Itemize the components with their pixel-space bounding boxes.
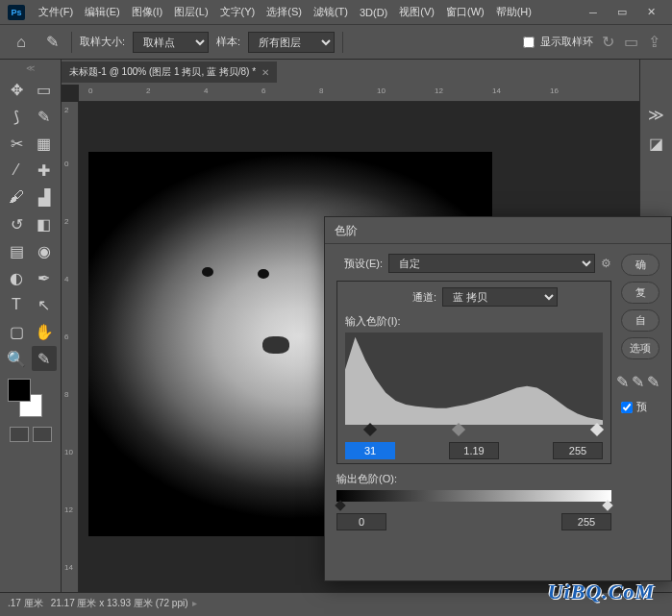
refresh-icon[interactable]: ↻ [599,34,616,51]
menu-edit[interactable]: 编辑(E) [79,5,126,19]
crop-tool[interactable]: ✂ [4,131,29,156]
white-eyedropper-icon[interactable]: ✎ [647,373,660,386]
cancel-button[interactable]: 复 [621,282,660,304]
status-dimensions: 21.17 厘米 x 13.93 厘米 (72 ppi) [51,597,188,610]
window-controls: ─ ▭ ✕ [580,3,664,22]
type-tool[interactable]: T [4,292,29,317]
output-white-handle[interactable] [602,500,612,510]
move-tool[interactable]: ✥ [4,77,29,102]
panel-toggle-icon[interactable]: ≫ [644,102,669,127]
status-zoom: .17 厘米 [8,597,43,610]
panel-icon[interactable]: ▭ [622,34,639,51]
sample-size-select[interactable]: 取样点 [133,32,209,53]
channel-label: 通道: [390,290,436,305]
document-tab[interactable]: 未标题-1 @ 100% (图层 1 拷贝, 蓝 拷贝/8) * ✕ [62,62,277,83]
ruler-tick: 12 [64,505,73,514]
dialog-title[interactable]: 色阶 [325,217,671,244]
brush-tool[interactable]: 🖌 [4,185,29,209]
toolbox: ≪ ✥ ▭ ⟆ ✎ ✂ ▦ ∕ ✚ 🖌 ▟ ↺ ◧ ▤ ◉ ◐ ✒ T ↖ ▢ … [0,60,62,592]
menu-type[interactable]: 文字(Y) [214,5,261,19]
quickmask-button[interactable] [10,427,29,442]
ruler-horizontal[interactable]: 0 2 4 6 8 10 12 14 16 [79,85,639,102]
lasso-tool[interactable]: ⟆ [4,104,29,129]
color-sampler-tool[interactable]: ✎ [32,346,57,371]
maximize-button[interactable]: ▭ [609,3,635,22]
history-brush-tool[interactable]: ↺ [4,211,29,236]
input-white-handle[interactable] [590,423,604,436]
tab-close-icon[interactable]: ✕ [261,67,269,78]
stamp-tool[interactable]: ▟ [32,185,57,209]
color-swatches[interactable] [4,379,42,417]
options-bar: ⌂ ✎ 取样大小: 取样点 样本: 所有图层 显示取样环 ↻ ▭ ⇪ [0,25,672,60]
ruler-tick: 0 [64,160,68,168]
menu-help[interactable]: 帮助(H) [490,5,537,19]
frame-tool[interactable]: ▦ [32,131,57,156]
close-button[interactable]: ✕ [637,3,664,22]
menu-filter[interactable]: 滤镜(T) [308,5,354,19]
path-select-tool[interactable]: ↖ [32,292,57,317]
menu-window[interactable]: 窗口(W) [440,5,490,19]
gradient-tool[interactable]: ▤ [4,238,29,263]
sample-select[interactable]: 所有图层 [248,32,335,53]
menu-layer[interactable]: 图层(L) [168,5,213,19]
foreground-color-swatch[interactable] [8,379,31,402]
input-slider-track[interactable] [345,427,603,436]
marquee-tool[interactable]: ▭ [32,77,57,102]
auto-button[interactable]: 自 [621,309,660,332]
eyedropper-tool-icon[interactable]: ✎ [40,31,63,54]
gray-eyedropper-icon[interactable]: ✎ [632,373,644,386]
ruler-tick: 6 [64,333,68,341]
histogram[interactable] [345,333,603,425]
input-white-field[interactable] [553,442,603,459]
dodge-tool[interactable]: ◐ [4,265,29,290]
eyedropper-tool[interactable]: ∕ [4,158,29,183]
menu-select[interactable]: 选择(S) [261,5,308,19]
input-black-field[interactable] [345,442,395,459]
menu-image[interactable]: 图像(I) [126,5,168,19]
gear-icon[interactable]: ⚙ [601,257,611,270]
color-panel-icon[interactable]: ◪ [644,131,669,156]
output-gradient[interactable] [336,490,611,502]
healing-tool[interactable]: ✚ [32,158,57,183]
blur-tool[interactable]: ◉ [32,238,57,263]
input-black-handle[interactable] [363,423,377,436]
eraser-tool[interactable]: ◧ [32,211,57,236]
screenmode-button[interactable] [33,427,52,442]
home-icon[interactable]: ⌂ [10,31,33,54]
quick-select-tool[interactable]: ✎ [32,104,57,129]
tab-title: 未标题-1 @ 100% (图层 1 拷贝, 蓝 拷贝/8) * [69,65,256,79]
menu-3d[interactable]: 3D(D) [354,7,393,18]
black-eyedropper-icon[interactable]: ✎ [616,373,629,386]
share-icon[interactable]: ⇪ [645,34,662,51]
toolbox-collapse-icon[interactable]: ≪ [4,63,57,73]
shape-tool[interactable]: ▢ [4,319,29,344]
minimize-button[interactable]: ─ [580,3,607,22]
output-black-handle[interactable] [335,500,345,510]
preset-label: 预设(E): [336,257,383,271]
preset-select[interactable]: 自定 [388,254,595,273]
ruler-tick: 16 [550,86,559,95]
preview-checkbox[interactable] [621,402,633,413]
zoom-tool[interactable]: 🔍 [4,346,29,371]
show-ring-checkbox[interactable] [523,37,535,48]
options-button[interactable]: 选项 [621,337,660,359]
input-mid-field[interactable] [449,442,499,459]
ok-button[interactable]: 确 [621,254,660,276]
ruler-tick: 8 [64,390,68,399]
ruler-tick: 4 [64,275,68,283]
separator [71,32,72,53]
ruler-tick: 4 [204,86,208,95]
output-black-field[interactable] [336,513,386,530]
channel-select[interactable]: 蓝 拷贝 [442,287,558,307]
ruler-tick: 2 [64,217,68,226]
menu-file[interactable]: 文件(F) [33,5,79,19]
ruler-vertical[interactable]: 2 0 2 4 6 8 10 12 14 [62,102,79,592]
ruler-tick: 2 [64,106,68,114]
hand-tool[interactable]: ✋ [32,319,57,344]
status-arrow-icon[interactable]: ▸ [192,598,197,608]
pen-tool[interactable]: ✒ [32,265,57,290]
output-white-field[interactable] [561,513,611,530]
output-levels-label: 输出色阶(O): [336,472,611,486]
menu-view[interactable]: 视图(V) [393,5,440,19]
input-mid-handle[interactable] [451,423,464,436]
